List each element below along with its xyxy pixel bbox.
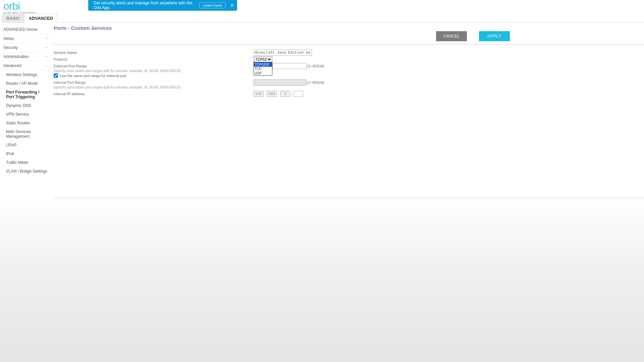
sidebar-sub-wsm[interactable]: Web Services Management — [2, 127, 49, 141]
protocol-select[interactable]: TCP/UDP — [254, 56, 272, 62]
brand-logo: orbi — [3, 0, 37, 12]
cancel-button[interactable]: CANCEL — [436, 31, 467, 41]
external-range-note: (1~65534) — [307, 64, 324, 68]
ip-dot: . — [291, 92, 292, 96]
sidebar-sub-wireless[interactable]: Wireless Settings — [2, 70, 49, 79]
protocol-label: Protocol — [54, 57, 254, 61]
sidebar-sub-vpn[interactable]: VPN Service — [2, 110, 49, 119]
sidebar-sub-ipv6[interactable]: IPv6 — [2, 149, 49, 158]
sidebar-item-administration[interactable]: Administration — [2, 52, 49, 61]
sidebar: ADVANCED Home Setup Security Administrat… — [2, 25, 49, 176]
internal-port-range-input — [254, 79, 307, 85]
internal-range-note: (1~65534) — [307, 80, 324, 84]
protocol-option-udp[interactable]: UDP — [254, 71, 272, 75]
external-port-range-input[interactable] — [272, 63, 307, 69]
sidebar-sub-static-routes[interactable]: Static Routes — [2, 119, 49, 127]
protocol-option-tcp[interactable]: TCP — [254, 67, 272, 71]
ip-dot: . — [265, 92, 266, 96]
sidebar-sub-router-ap[interactable]: Router / AP Mode — [2, 79, 49, 88]
learn-more-button[interactable]: Learn more — [199, 2, 225, 8]
internal-ip-label: Internal IP address — [54, 92, 254, 96]
main-tabbar: BASIC ADVANCED — [2, 13, 644, 23]
sidebar-sub-vlan[interactable]: VLAN / Bridge Settings — [2, 167, 49, 176]
action-buttons: CANCEL APPLY — [436, 31, 510, 41]
protocol-option-tcpudp[interactable]: TCP/UDP — [254, 62, 272, 67]
tab-basic[interactable]: BASIC — [2, 13, 24, 22]
close-icon[interactable]: × — [230, 2, 234, 9]
apply-button[interactable]: APPLY — [479, 31, 510, 41]
page-title: Ports - Custom Services — [54, 25, 644, 31]
internal-port-hint: (Specify ports and/or port ranges split … — [54, 85, 644, 89]
ip-dot: . — [278, 92, 279, 96]
promo-banner: Get security alerts and manage from anyw… — [88, 0, 237, 11]
logo-area: orbi Better WiFi. Everywhere. — [3, 0, 37, 14]
divider — [54, 44, 644, 45]
service-name-label: Service Name — [54, 51, 254, 55]
banner-text: Get security alerts and manage from anyw… — [94, 1, 199, 10]
sidebar-item-advanced-home[interactable]: ADVANCED Home — [2, 25, 49, 34]
external-port-hint: (Specify ports and/or port ranges split … — [54, 69, 644, 73]
sidebar-item-setup[interactable]: Setup — [2, 34, 49, 43]
external-port-range-label: External Port Range — [54, 64, 254, 68]
ip-octet-3 — [280, 91, 290, 97]
internal-port-range-label: Internal Port Range — [54, 80, 254, 84]
sidebar-sub-upnp[interactable]: UPnP — [2, 141, 49, 149]
sidebar-item-advanced[interactable]: Advanced — [2, 61, 49, 70]
main-content: Ports - Custom Services CANCEL APPLY Ser… — [54, 25, 644, 198]
sidebar-sub-traffic[interactable]: Traffic Meter — [2, 158, 49, 167]
same-port-checkbox[interactable] — [54, 73, 58, 78]
ip-octet-4[interactable] — [293, 91, 303, 97]
protocol-dropdown-list: TCP/UDP TCP UDP — [254, 62, 272, 76]
sidebar-sub-ddns[interactable]: Dynamic DNS — [2, 101, 49, 110]
bottom-divider — [54, 198, 644, 198]
same-port-label: Use the same port range for Internal por… — [60, 74, 126, 78]
ip-octet-2 — [267, 91, 277, 97]
tab-advanced[interactable]: ADVANCED — [24, 13, 57, 23]
sidebar-item-security[interactable]: Security — [2, 43, 49, 52]
service-name-input[interactable] — [254, 50, 312, 56]
sidebar-sub-port-forwarding[interactable]: Port Forwarding / Port Triggering — [2, 88, 49, 101]
ip-octet-1 — [254, 91, 264, 97]
